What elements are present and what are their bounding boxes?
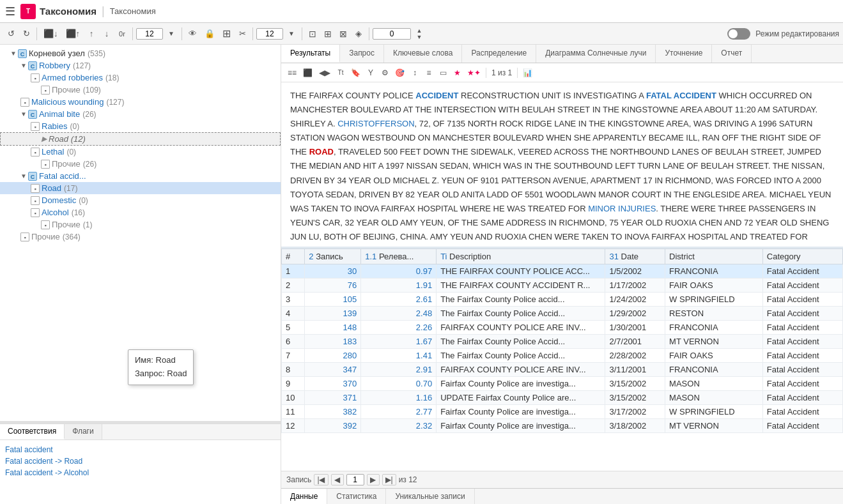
edit-mode-toggle[interactable] xyxy=(727,28,750,40)
tree-node-prochie2[interactable]: ▪ Прочие (26) xyxy=(0,158,281,170)
at-btn-3[interactable]: ◀▶ xyxy=(316,66,333,79)
col-category[interactable]: Category xyxy=(762,249,842,264)
col-record[interactable]: 2 Запись xyxy=(305,249,361,264)
at-btn-8[interactable]: 🎯 xyxy=(392,66,407,79)
at-btn-chart[interactable]: 📊 xyxy=(520,66,535,79)
eye-button[interactable]: 👁 xyxy=(185,27,200,41)
tree-node-rabies[interactable]: ▪ Rabies (0) xyxy=(0,120,281,132)
bottom-tab-data[interactable]: Данные xyxy=(281,489,327,504)
extra-btn-2[interactable]: ⊞ xyxy=(321,27,335,41)
arrow-robbery[interactable]: ▼ xyxy=(20,62,27,69)
extra-btn-1[interactable]: ⊡ xyxy=(305,27,320,41)
redo-button[interactable]: ↻ xyxy=(19,27,33,41)
col-district[interactable]: District xyxy=(665,249,763,264)
counter-input[interactable] xyxy=(373,28,411,40)
arrow-fatalaccid[interactable]: ▼ xyxy=(20,172,27,179)
grid-button[interactable]: ⊞ xyxy=(219,27,234,41)
tree-node-drag-road[interactable]: ▶ Road (12) xyxy=(0,132,281,146)
at-btn-6[interactable]: Y xyxy=(364,66,377,79)
arrow-animalbite[interactable]: ▼ xyxy=(20,111,27,118)
pg-next[interactable]: ▶ xyxy=(367,474,380,485)
tree-node-root[interactable]: ▼ C Корневой узел (535) xyxy=(0,47,281,59)
match-item-3[interactable]: Fatal accident -> Alcohol xyxy=(5,467,275,478)
table-row[interactable]: 12 392 2.32 Fairfax County Police are in… xyxy=(282,419,843,433)
at-btn-1[interactable]: ≡≡ xyxy=(285,66,299,79)
tree-node-fatalaccid[interactable]: ▼ C Fatal accid... xyxy=(0,170,281,182)
tree-node-alcohol[interactable]: ▪ Alcohol (16) xyxy=(0,206,281,218)
col-date[interactable]: 31 Date xyxy=(605,249,665,264)
tree-node-armed[interactable]: ▪ Armed robberies (18) xyxy=(0,72,281,84)
number-input[interactable] xyxy=(136,28,163,40)
counter-up[interactable]: ▲▼ xyxy=(412,27,426,41)
table-row[interactable]: 8 347 2.91 FAIRFAX COUNTY POLICE ARE INV… xyxy=(282,363,843,377)
zero-button[interactable]: 0r xyxy=(115,27,129,41)
move-up-button[interactable]: ↑ xyxy=(84,27,98,41)
d-icon-armed: ▪ xyxy=(31,73,40,82)
extra-btn-3[interactable]: ⊠ xyxy=(336,27,350,41)
import-up-button[interactable]: ⬛↑ xyxy=(63,27,84,41)
pg-first[interactable]: |◀ xyxy=(314,474,328,485)
tab-otchet[interactable]: Отчет xyxy=(712,45,752,63)
tree-node-prochie3[interactable]: ▪ Прочие (1) xyxy=(0,218,281,231)
table-row[interactable]: 1 30 0.97 THE FAIRFAX COUNTY POLICE ACC.… xyxy=(282,264,843,279)
tab-zapros[interactable]: Запрос xyxy=(340,45,384,63)
col-desc[interactable]: Ti Description xyxy=(437,249,605,264)
move-down-button[interactable]: ↓ xyxy=(100,27,114,41)
tab-soootvetstviya[interactable]: Соответствия xyxy=(0,424,65,439)
tab-sunburst[interactable]: Диаграмма Солнечные лучи xyxy=(536,45,656,63)
at-btn-4[interactable]: Tt xyxy=(334,66,347,79)
col-num[interactable]: # xyxy=(282,249,305,264)
table-row[interactable]: 6 183 1.67 The Fairfax County Police Acc… xyxy=(282,335,843,349)
at-btn-sort[interactable]: ↕ xyxy=(408,66,421,79)
tree-node-prochie4[interactable]: ▪ Прочие (364) xyxy=(0,231,281,243)
bottom-tab-statistics[interactable]: Статистика xyxy=(327,489,386,504)
c-icon-animalbite: C xyxy=(28,110,37,119)
menu-icon[interactable]: ☰ xyxy=(5,4,15,19)
table-row[interactable]: 11 382 2.77 Fairfax County Police are in… xyxy=(282,405,843,419)
tree-node-lethal[interactable]: ▪ Lethal (0) xyxy=(0,146,281,158)
tree-node-prochie1[interactable]: ▪ Прочие (109) xyxy=(0,84,281,96)
at-btn-list[interactable]: ≡ xyxy=(422,66,435,79)
toolbar-sep-2 xyxy=(132,27,133,40)
extra-btn-4[interactable]: ◈ xyxy=(352,27,366,41)
tree-node-animalbite[interactable]: ▼ C Animal bite (26) xyxy=(0,108,281,120)
import-down-button[interactable]: ⬛↓ xyxy=(40,27,61,41)
at-btn-star1[interactable]: ★ xyxy=(451,66,463,79)
at-btn-star2[interactable]: ★✦ xyxy=(465,66,483,79)
table-row[interactable]: 3 105 2.61 The Fairfax County Police acc… xyxy=(282,293,843,307)
lock-button[interactable]: 🔒 xyxy=(201,27,218,41)
tab-distribution[interactable]: Распределение xyxy=(462,45,536,63)
tab-utochnenie[interactable]: Уточнение xyxy=(656,45,712,63)
table-row[interactable]: 9 370 0.70 Fairfax County Police are inv… xyxy=(282,377,843,391)
node-label-prochie2: Прочие xyxy=(52,159,81,169)
tree-node-road[interactable]: ▪ Road (17) xyxy=(0,182,281,194)
at-btn-7[interactable]: ⚙ xyxy=(378,66,391,79)
tree-node-malwound[interactable]: ▪ Malicious wounding (127) xyxy=(0,96,281,108)
at-btn-rect[interactable]: ▭ xyxy=(437,66,449,79)
match-item-1[interactable]: Fatal accident xyxy=(5,444,275,455)
table-row[interactable]: 2 76 1.91 THE FAIRFAX COUNTY ACCIDENT R.… xyxy=(282,279,843,293)
more-dropdown[interactable]: ▼ xyxy=(284,27,298,41)
table-row[interactable]: 5 148 2.26 FAIRFAX COUNTY POLICE ARE INV… xyxy=(282,321,843,335)
pg-prev[interactable]: ◀ xyxy=(331,474,344,485)
table-row[interactable]: 10 371 1.16 UPDATE Fairfax County Police… xyxy=(282,391,843,405)
tab-rezultaty[interactable]: Результаты xyxy=(281,45,340,63)
col-relev[interactable]: 1.1 Релева... xyxy=(361,249,437,264)
arrow-root[interactable]: ▼ xyxy=(10,50,17,57)
tab-keywords[interactable]: Ключевые слова xyxy=(384,45,462,63)
tab-flagi[interactable]: Флаги xyxy=(65,424,102,439)
tree-node-robbery[interactable]: ▼ C Robbery (127) xyxy=(0,59,281,72)
pg-current[interactable] xyxy=(346,474,364,485)
at-btn-5[interactable]: 🔖 xyxy=(348,66,363,79)
at-btn-2[interactable]: ⬛ xyxy=(300,66,315,79)
number-input-2[interactable] xyxy=(256,28,283,40)
table-row[interactable]: 4 139 2.48 The Fairfax County Police Acc… xyxy=(282,307,843,321)
table-row[interactable]: 7 280 1.41 The Fairfax County Police Acc… xyxy=(282,349,843,363)
bottom-tab-unique[interactable]: Уникальные записи xyxy=(386,489,474,504)
num-dropdown[interactable]: ▼ xyxy=(164,27,178,41)
cut-button[interactable]: ✂ xyxy=(235,27,249,41)
refresh-button[interactable]: ↺ xyxy=(4,27,18,41)
match-item-2[interactable]: Fatal accident -> Road xyxy=(5,455,275,467)
pg-last[interactable]: ▶| xyxy=(382,474,396,485)
tree-node-domestic[interactable]: ▪ Domestic (0) xyxy=(0,194,281,206)
